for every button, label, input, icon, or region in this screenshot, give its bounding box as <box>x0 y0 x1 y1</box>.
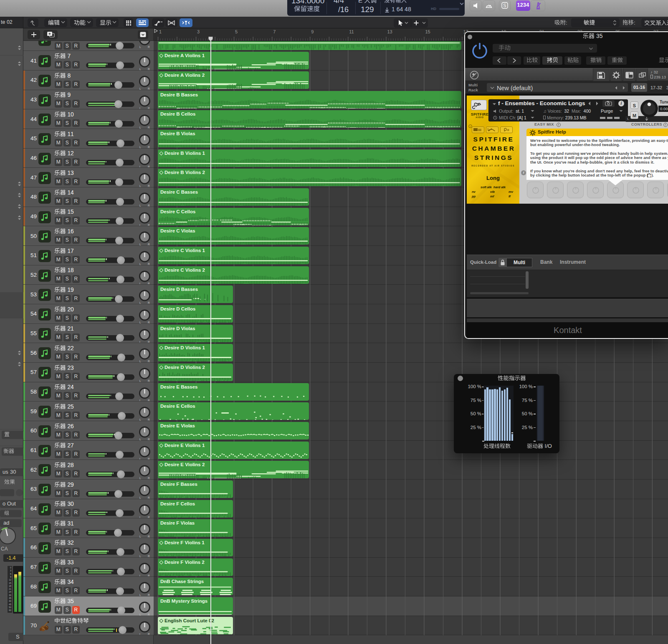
svg-text:4: 4 <box>71 189 74 196</box>
svg-text:L: L <box>139 496 141 499</box>
svg-text:d: d <box>6 520 9 526</box>
svg-text:7: 7 <box>71 248 74 254</box>
svg-text:S: S <box>503 3 506 8</box>
svg-text:R: R <box>148 126 150 129</box>
svg-text:4: 4 <box>340 0 344 5</box>
svg-text:4: 4 <box>400 6 403 13</box>
svg-text:4: 4 <box>405 6 408 13</box>
svg-text:R: R <box>148 535 150 538</box>
svg-text:L: L <box>139 477 141 480</box>
svg-text:s: s <box>5 469 8 475</box>
svg-text:L: L <box>139 554 141 557</box>
svg-text:3: 3 <box>71 365 74 371</box>
svg-text:R: R <box>148 106 150 109</box>
svg-text:L: L <box>139 418 141 421</box>
svg-text:1: 1 <box>67 209 71 215</box>
svg-text:1: 1 <box>67 228 71 235</box>
svg-text:8: 8 <box>71 267 74 273</box>
svg-text:1: 1 <box>71 326 74 332</box>
svg-text:R: R <box>148 360 150 363</box>
svg-text:9: 9 <box>71 482 74 488</box>
svg-text:1: 1 <box>71 520 74 527</box>
svg-text:L: L <box>139 263 141 265</box>
svg-text:1: 1 <box>67 189 71 196</box>
svg-text:1: 1 <box>67 111 71 118</box>
svg-text:R: R <box>148 632 150 635</box>
svg-text:7: 7 <box>67 53 71 59</box>
svg-text:O: O <box>7 500 11 507</box>
svg-text:2: 2 <box>365 5 370 14</box>
svg-text:2: 2 <box>71 345 74 351</box>
svg-text:2: 2 <box>71 540 74 546</box>
svg-text:R: R <box>148 613 150 616</box>
svg-text:0: 0 <box>71 501 74 507</box>
svg-text:L: L <box>139 223 141 226</box>
svg-text:L: L <box>139 613 141 616</box>
svg-text:R: R <box>148 146 150 149</box>
svg-text:R: R <box>148 399 150 402</box>
svg-text:R: R <box>148 418 150 421</box>
svg-text:3: 3 <box>71 559 74 566</box>
svg-text:L: L <box>139 204 141 207</box>
svg-text:L: L <box>139 184 141 187</box>
svg-text:2: 2 <box>71 150 74 157</box>
svg-text:3: 3 <box>71 170 74 176</box>
svg-text:u: u <box>11 500 14 507</box>
svg-text:1: 1 <box>67 131 71 137</box>
svg-text:6: 6 <box>397 6 400 13</box>
svg-text:5: 5 <box>71 598 74 604</box>
svg-text:3: 3 <box>596 33 600 39</box>
svg-text:L: L <box>139 535 141 538</box>
svg-text:L: L <box>139 438 141 441</box>
svg-text:R: R <box>148 438 150 441</box>
svg-text:L: L <box>139 574 141 577</box>
svg-text:R: R <box>148 593 150 596</box>
svg-text:L: L <box>139 87 141 90</box>
svg-text:2: 2 <box>67 345 71 351</box>
svg-text:2: 2 <box>67 482 71 488</box>
svg-text:R: R <box>148 223 150 226</box>
svg-text:6: 6 <box>71 228 74 235</box>
svg-text:L: L <box>139 126 141 129</box>
svg-text:6: 6 <box>71 423 74 429</box>
svg-text:5: 5 <box>71 209 74 215</box>
svg-text:2: 2 <box>67 423 71 429</box>
svg-text:7: 7 <box>71 442 74 449</box>
svg-text:9: 9 <box>67 92 71 98</box>
svg-text:9: 9 <box>71 287 74 293</box>
svg-text:R: R <box>148 45 150 48</box>
svg-text:2: 2 <box>67 384 71 390</box>
svg-text:0: 0 <box>320 0 325 5</box>
svg-text:1: 1 <box>67 267 71 273</box>
svg-text:L: L <box>139 301 141 304</box>
svg-text:R: R <box>148 282 150 285</box>
svg-text:1: 1 <box>291 0 296 5</box>
svg-text:1: 1 <box>71 131 74 137</box>
svg-text:2: 2 <box>67 326 71 332</box>
svg-text:4: 4 <box>71 579 74 585</box>
svg-text:O: O <box>548 443 552 449</box>
svg-text:R: R <box>148 574 150 577</box>
svg-text:0: 0 <box>316 0 320 5</box>
svg-text:R: R <box>148 184 150 187</box>
svg-text:1: 1 <box>392 6 395 13</box>
svg-text:L: L <box>139 68 141 71</box>
svg-text:2: 2 <box>67 306 71 313</box>
svg-text:L: L <box>139 593 141 596</box>
svg-text:2: 2 <box>67 365 71 371</box>
svg-text:R: R <box>148 457 150 460</box>
svg-text:u: u <box>3 469 5 475</box>
svg-text:8: 8 <box>67 73 71 79</box>
svg-text:i: i <box>470 125 471 128</box>
svg-text:8: 8 <box>408 6 411 13</box>
svg-text:3: 3 <box>10 469 13 475</box>
svg-text:L: L <box>139 106 141 109</box>
svg-text:R: R <box>148 554 150 557</box>
svg-text:R: R <box>148 204 150 207</box>
svg-text:R: R <box>148 165 150 168</box>
svg-text:1: 1 <box>67 150 71 157</box>
svg-text:0: 0 <box>307 0 311 5</box>
svg-text:L: L <box>139 45 141 48</box>
svg-text:L: L <box>139 515 141 518</box>
svg-text:3: 3 <box>296 0 301 5</box>
